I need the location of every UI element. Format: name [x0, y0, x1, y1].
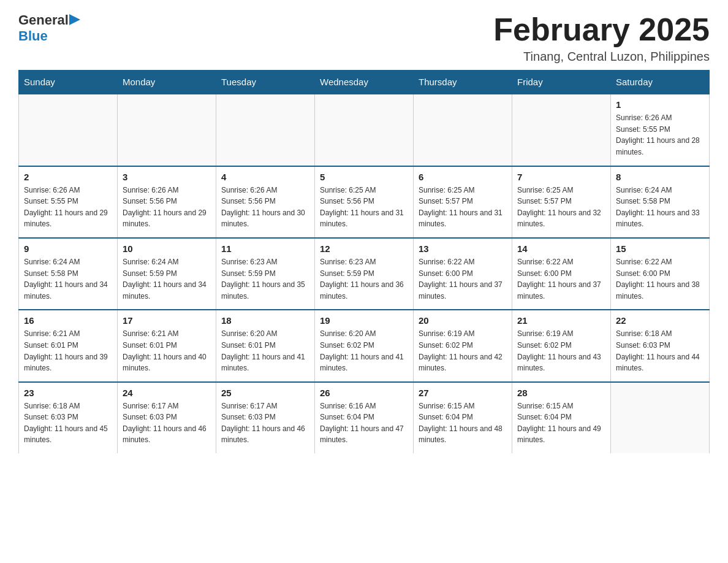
- logo: General Blue: [18, 12, 80, 44]
- calendar-week-row: 9Sunrise: 6:24 AMSunset: 5:58 PMDaylight…: [19, 238, 710, 310]
- day-number: 6: [419, 172, 507, 182]
- calendar-cell: 28Sunrise: 6:15 AMSunset: 6:04 PMDayligh…: [512, 382, 611, 453]
- day-info: Sunrise: 6:21 AMSunset: 6:01 PMDaylight:…: [123, 328, 211, 373]
- day-of-week-header: Friday: [512, 71, 611, 94]
- day-number: 3: [123, 172, 211, 182]
- day-number: 7: [517, 172, 605, 182]
- day-info: Sunrise: 6:26 AMSunset: 5:55 PMDaylight:…: [616, 112, 704, 158]
- calendar-cell: 24Sunrise: 6:17 AMSunset: 6:03 PMDayligh…: [118, 382, 216, 453]
- calendar-cell: [216, 94, 315, 166]
- day-info: Sunrise: 6:26 AMSunset: 5:56 PMDaylight:…: [221, 185, 309, 230]
- day-of-week-header: Saturday: [611, 71, 710, 94]
- day-number: 27: [419, 388, 507, 398]
- day-info: Sunrise: 6:24 AMSunset: 5:59 PMDaylight:…: [123, 256, 211, 302]
- day-number: 19: [320, 315, 408, 326]
- calendar-cell: [19, 94, 118, 166]
- day-of-week-header: Sunday: [19, 71, 118, 94]
- calendar-cell: [315, 94, 414, 166]
- day-info: Sunrise: 6:17 AMSunset: 6:03 PMDaylight:…: [221, 400, 309, 446]
- day-number: 15: [616, 243, 704, 254]
- day-of-week-header: Monday: [118, 71, 216, 94]
- calendar-cell: 9Sunrise: 6:24 AMSunset: 5:58 PMDaylight…: [19, 238, 118, 310]
- day-of-week-header: Tuesday: [216, 71, 315, 94]
- calendar-cell: [118, 94, 216, 166]
- calendar-cell: 2Sunrise: 6:26 AMSunset: 5:55 PMDaylight…: [19, 166, 118, 238]
- day-info: Sunrise: 6:17 AMSunset: 6:03 PMDaylight:…: [123, 400, 211, 446]
- day-number: 25: [221, 388, 309, 398]
- calendar-cell: 1Sunrise: 6:26 AMSunset: 5:55 PMDaylight…: [611, 94, 710, 166]
- day-info: Sunrise: 6:15 AMSunset: 6:04 PMDaylight:…: [419, 400, 507, 446]
- calendar-cell: 7Sunrise: 6:25 AMSunset: 5:57 PMDaylight…: [512, 166, 611, 238]
- day-number: 21: [517, 315, 605, 326]
- calendar-cell: 17Sunrise: 6:21 AMSunset: 6:01 PMDayligh…: [118, 310, 216, 381]
- calendar-cell: 15Sunrise: 6:22 AMSunset: 6:00 PMDayligh…: [611, 238, 710, 310]
- day-number: 10: [123, 243, 211, 254]
- day-number: 24: [123, 388, 211, 398]
- day-info: Sunrise: 6:20 AMSunset: 6:02 PMDaylight:…: [320, 328, 408, 373]
- day-number: 23: [24, 388, 112, 398]
- day-info: Sunrise: 6:21 AMSunset: 6:01 PMDaylight:…: [24, 328, 112, 373]
- day-info: Sunrise: 6:25 AMSunset: 5:57 PMDaylight:…: [419, 185, 507, 230]
- calendar-cell: 22Sunrise: 6:18 AMSunset: 6:03 PMDayligh…: [611, 310, 710, 381]
- calendar-cell: [512, 94, 611, 166]
- calendar-cell: 12Sunrise: 6:23 AMSunset: 5:59 PMDayligh…: [315, 238, 414, 310]
- calendar-cell: 23Sunrise: 6:18 AMSunset: 6:03 PMDayligh…: [19, 382, 118, 453]
- calendar-cell: 16Sunrise: 6:21 AMSunset: 6:01 PMDayligh…: [19, 310, 118, 381]
- month-title: February 2025: [493, 12, 710, 47]
- day-number: 4: [221, 172, 309, 182]
- day-number: 16: [24, 315, 112, 326]
- day-info: Sunrise: 6:18 AMSunset: 6:03 PMDaylight:…: [24, 400, 112, 446]
- logo-arrow-icon: [69, 14, 80, 25]
- calendar-week-row: 16Sunrise: 6:21 AMSunset: 6:01 PMDayligh…: [19, 310, 710, 381]
- title-section: February 2025 Tinang, Central Luzon, Phi…: [493, 12, 710, 64]
- day-number: 12: [320, 243, 408, 254]
- calendar-cell: 20Sunrise: 6:19 AMSunset: 6:02 PMDayligh…: [414, 310, 512, 381]
- page-header: General Blue February 2025 Tinang, Centr…: [18, 12, 710, 64]
- calendar-cell: 18Sunrise: 6:20 AMSunset: 6:01 PMDayligh…: [216, 310, 315, 381]
- day-info: Sunrise: 6:24 AMSunset: 5:58 PMDaylight:…: [24, 256, 112, 302]
- day-info: Sunrise: 6:26 AMSunset: 5:55 PMDaylight:…: [24, 185, 112, 230]
- calendar-cell: 6Sunrise: 6:25 AMSunset: 5:57 PMDaylight…: [414, 166, 512, 238]
- day-info: Sunrise: 6:25 AMSunset: 5:57 PMDaylight:…: [517, 185, 605, 230]
- calendar-cell: [611, 382, 710, 453]
- logo-blue-text: Blue: [18, 28, 48, 44]
- day-number: 13: [419, 243, 507, 254]
- day-info: Sunrise: 6:26 AMSunset: 5:56 PMDaylight:…: [123, 185, 211, 230]
- day-info: Sunrise: 6:20 AMSunset: 6:01 PMDaylight:…: [221, 328, 309, 373]
- day-info: Sunrise: 6:23 AMSunset: 5:59 PMDaylight:…: [221, 256, 309, 302]
- day-number: 18: [221, 315, 309, 326]
- calendar-week-row: 2Sunrise: 6:26 AMSunset: 5:55 PMDaylight…: [19, 166, 710, 238]
- day-of-week-header: Wednesday: [315, 71, 414, 94]
- day-info: Sunrise: 6:25 AMSunset: 5:56 PMDaylight:…: [320, 185, 408, 230]
- day-info: Sunrise: 6:24 AMSunset: 5:58 PMDaylight:…: [616, 185, 704, 230]
- logo-general-text: General: [18, 12, 69, 28]
- day-info: Sunrise: 6:19 AMSunset: 6:02 PMDaylight:…: [517, 328, 605, 373]
- day-info: Sunrise: 6:16 AMSunset: 6:04 PMDaylight:…: [320, 400, 408, 446]
- calendar-cell: 25Sunrise: 6:17 AMSunset: 6:03 PMDayligh…: [216, 382, 315, 453]
- calendar-cell: 14Sunrise: 6:22 AMSunset: 6:00 PMDayligh…: [512, 238, 611, 310]
- calendar-cell: 26Sunrise: 6:16 AMSunset: 6:04 PMDayligh…: [315, 382, 414, 453]
- calendar-cell: 11Sunrise: 6:23 AMSunset: 5:59 PMDayligh…: [216, 238, 315, 310]
- day-number: 22: [616, 315, 704, 326]
- calendar-cell: 19Sunrise: 6:20 AMSunset: 6:02 PMDayligh…: [315, 310, 414, 381]
- day-info: Sunrise: 6:23 AMSunset: 5:59 PMDaylight:…: [320, 256, 408, 302]
- day-number: 17: [123, 315, 211, 326]
- calendar-week-row: 23Sunrise: 6:18 AMSunset: 6:03 PMDayligh…: [19, 382, 710, 453]
- svg-marker-0: [69, 14, 80, 25]
- calendar-cell: 27Sunrise: 6:15 AMSunset: 6:04 PMDayligh…: [414, 382, 512, 453]
- calendar-cell: [414, 94, 512, 166]
- day-number: 8: [616, 172, 704, 182]
- calendar-week-row: 1Sunrise: 6:26 AMSunset: 5:55 PMDaylight…: [19, 94, 710, 166]
- day-number: 1: [616, 99, 704, 110]
- calendar-cell: 21Sunrise: 6:19 AMSunset: 6:02 PMDayligh…: [512, 310, 611, 381]
- day-number: 28: [517, 388, 605, 398]
- day-number: 9: [24, 243, 112, 254]
- day-info: Sunrise: 6:22 AMSunset: 6:00 PMDaylight:…: [616, 256, 704, 302]
- calendar-cell: 5Sunrise: 6:25 AMSunset: 5:56 PMDaylight…: [315, 166, 414, 238]
- calendar-cell: 10Sunrise: 6:24 AMSunset: 5:59 PMDayligh…: [118, 238, 216, 310]
- day-number: 11: [221, 243, 309, 254]
- calendar-table: SundayMondayTuesdayWednesdayThursdayFrid…: [18, 70, 710, 453]
- day-number: 5: [320, 172, 408, 182]
- day-number: 2: [24, 172, 112, 182]
- calendar-cell: 8Sunrise: 6:24 AMSunset: 5:58 PMDaylight…: [611, 166, 710, 238]
